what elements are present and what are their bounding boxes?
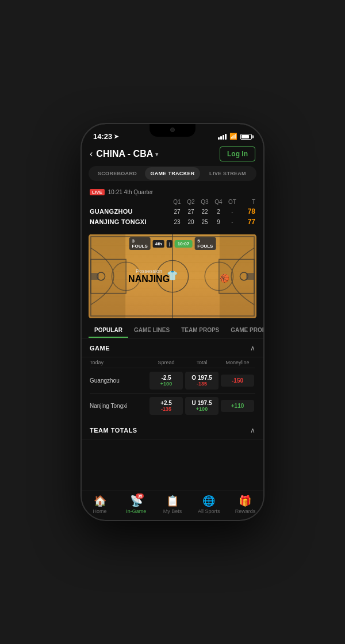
all-sports-label: All Sports [198, 508, 220, 514]
q4-header: Q4 [212, 199, 225, 205]
guangzhou-moneyline[interactable]: -150 [221, 375, 254, 387]
bet-tab-game-props[interactable]: GAME PROPS [225, 322, 263, 338]
quarter-badge: 4th [153, 240, 164, 248]
camera-dot [170, 128, 175, 132]
signal-bar-3 [223, 135, 224, 140]
phone-shell: 14:23 ➤ 📶 ‹ CHINA - C [80, 123, 264, 521]
signal-bars [218, 134, 227, 140]
guangzhou-ml: -150 [223, 377, 252, 384]
team2-name: NANJING TONGXI [90, 218, 170, 225]
q-cols-header: Q1 Q2 Q3 Q4 OT [170, 199, 239, 205]
court-overlay-badges: 3 FOULS 4th | 10:07 5 FOULS [129, 237, 216, 250]
in-game-badge: 35 [136, 493, 144, 499]
t-header: T [239, 199, 255, 205]
team2-q2: 20 [184, 219, 198, 225]
in-game-label: In-Game [126, 508, 146, 514]
nav-all-sports[interactable]: 🌐 All Sports [191, 495, 227, 514]
total-header: Total [184, 360, 220, 365]
team2-q4: 9 [212, 219, 225, 225]
nanjing-total-main: U 197.5 [187, 400, 216, 406]
tab-bar: SCOREBOARD GAME TRACKER LIVE STREAM [89, 166, 256, 181]
bet-tab-popular[interactable]: POPULAR [89, 322, 128, 338]
team-col-header [90, 199, 170, 205]
team1-q1: 27 [170, 209, 184, 215]
nav-rewards[interactable]: 🎁 Rewards [227, 495, 263, 514]
team-totals-collapse-icon[interactable]: ∧ [250, 426, 255, 434]
signal-bar-4 [225, 134, 227, 140]
bet-tab-game-lines[interactable]: GAME LINES [128, 322, 175, 338]
svg-rect-17 [91, 273, 99, 280]
back-button[interactable]: ‹ [90, 149, 93, 159]
guangzhou-total[interactable]: O 197.5 -135 [185, 372, 218, 390]
tab-game-tracker[interactable]: GAME TRACKER [145, 167, 200, 180]
signal-bar-2 [220, 136, 222, 140]
home-icon: 🏠 [94, 495, 106, 507]
home-label: Home [93, 508, 107, 514]
team1-q3: 22 [198, 209, 212, 215]
team-row-nanjing: NANJING TONGXI 23 20 25 9 - 77 [90, 218, 255, 226]
team1-q4: 2 [212, 209, 225, 215]
guangzhou-spread[interactable]: -2.5 +100 [150, 372, 183, 390]
moneyline-header: Moneyline [220, 360, 255, 365]
nav-in-game[interactable]: 📡 35 In-Game [118, 495, 154, 514]
tab-scoreboard[interactable]: SCOREBOARD [90, 167, 145, 180]
battery-fill [241, 135, 249, 138]
team1-q2: 27 [184, 209, 198, 215]
odds-row-nanjing: Nanjing Tongxi +2.5 -135 U 197.5 +100 +1… [82, 394, 263, 418]
guangzhou-spread-main: -2.5 [152, 375, 181, 381]
wifi-icon: 📶 [229, 133, 237, 140]
scroll-content[interactable]: GAME ∧ Today Spread Total Moneyline Guan… [82, 338, 263, 491]
q3-header: Q3 [198, 199, 212, 205]
spread-header: Spread [148, 360, 184, 365]
my-bets-icon: 📋 [166, 495, 179, 507]
status-time: 14:23 ➤ [93, 132, 118, 141]
nanjing-total[interactable]: U 197.5 +100 [185, 397, 218, 415]
team2-total: 77 [239, 218, 255, 226]
signal-bar-1 [218, 137, 220, 140]
rewards-label: Rewards [235, 508, 256, 514]
team2-q3: 25 [198, 219, 212, 225]
svg-rect-21 [246, 273, 254, 280]
phone-screen: 14:23 ➤ 📶 ‹ CHINA - C [82, 124, 263, 520]
fouls-left-badge: 3 FOULS [129, 237, 151, 250]
game-time: 10:21 4th Quarter [108, 189, 153, 195]
team2-scores: 23 20 25 9 - [170, 219, 239, 225]
team1-ot: - [225, 209, 239, 215]
betting-tabs: POPULAR GAME LINES TEAM PROPS GAME PROPS… [82, 322, 263, 338]
ot-header: OT [225, 199, 239, 205]
team1-total: 78 [239, 207, 255, 215]
divider-bar: | [167, 240, 172, 248]
team-totals-section-header: TEAM TOTALS ∧ [82, 421, 263, 439]
guangzhou-team-label: Guangzhou [90, 377, 148, 384]
nanjing-spread[interactable]: +2.5 -135 [150, 397, 183, 415]
battery-icon [240, 134, 252, 140]
nav-home[interactable]: 🏠 Home [82, 495, 118, 514]
guangzhou-total-main: O 197.5 [187, 375, 216, 381]
svg-text:🏀: 🏀 [220, 273, 230, 283]
dropdown-chevron[interactable]: ▾ [155, 151, 158, 157]
q2-header: Q2 [184, 199, 198, 205]
fouls-right-badge: 5 FOULS [194, 237, 216, 250]
team-totals-title: TEAM TOTALS [90, 427, 137, 434]
score-section: LIVE 10:21 4th Quarter Q1 Q2 Q3 Q4 OT T … [82, 186, 263, 230]
today-label: Today [90, 360, 148, 365]
nav-my-bets[interactable]: 📋 My Bets [154, 495, 190, 514]
tab-live-stream[interactable]: LIVE STREAM [200, 167, 255, 180]
live-badge: LIVE [90, 189, 105, 195]
game-section-title: GAME [90, 345, 110, 352]
nanjing-team-label: Nanjing Tongxi [90, 403, 148, 409]
status-icons: 📶 [218, 133, 252, 140]
page-title: CHINA - CBA ▾ [96, 149, 158, 159]
nanjing-moneyline[interactable]: +110 [221, 400, 254, 412]
odds-column-headers: Today Spread Total Moneyline [82, 357, 263, 368]
nanjing-ml: +110 [223, 403, 252, 409]
header-left: ‹ CHINA - CBA ▾ [90, 149, 158, 159]
bet-tab-team-props[interactable]: TEAM PROPS [175, 322, 225, 338]
game-collapse-icon[interactable]: ∧ [250, 344, 255, 352]
odds-row-guangzhou: Guangzhou -2.5 +100 O 197.5 -135 -150 [82, 368, 263, 393]
team1-name: GUANGZHOU [90, 208, 170, 215]
login-button[interactable]: Log In [220, 146, 255, 161]
location-icon: ➤ [114, 133, 118, 140]
guangzhou-total-sub: -135 [187, 381, 216, 387]
rewards-icon: 🎁 [239, 495, 251, 507]
